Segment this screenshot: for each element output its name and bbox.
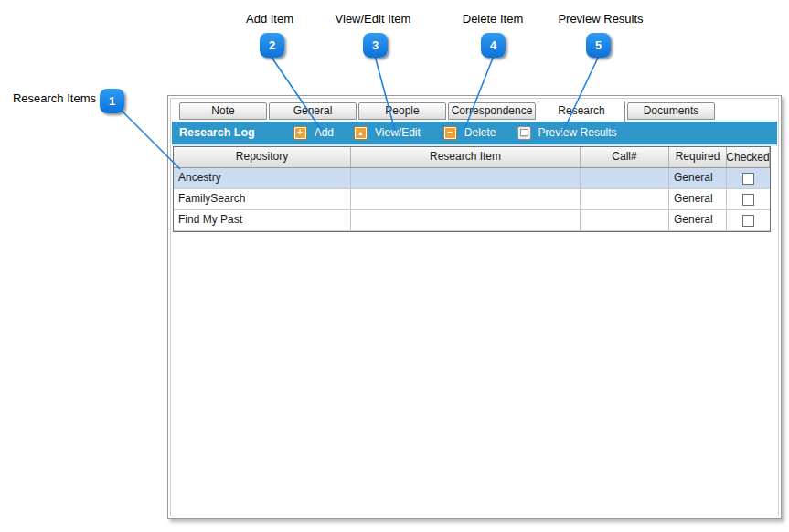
cell-required: General bbox=[669, 189, 727, 209]
table-header-row: Repository Research Item Call# Required … bbox=[174, 147, 770, 168]
cell-repository: Find My Past bbox=[174, 210, 351, 230]
tab-people[interactable]: People bbox=[358, 102, 446, 120]
view-edit-button[interactable]: ▲ View/Edit bbox=[354, 126, 421, 140]
cell-checked bbox=[727, 168, 770, 188]
cell-call-number bbox=[581, 210, 669, 230]
cell-required: General bbox=[669, 168, 727, 188]
callout-label-research-items: Research Items bbox=[7, 91, 96, 105]
cell-research-item bbox=[351, 168, 581, 188]
delete-button-label: Delete bbox=[464, 126, 496, 139]
callout-label-view-edit-item: View/Edit Item bbox=[319, 12, 427, 26]
callout-badge-3: 3 bbox=[363, 33, 388, 58]
minus-icon: − bbox=[443, 126, 457, 140]
cell-research-item bbox=[351, 210, 581, 230]
column-header-checked[interactable]: Checked bbox=[727, 147, 770, 167]
cell-required: General bbox=[669, 210, 727, 230]
row-checkbox[interactable] bbox=[742, 215, 754, 227]
row-checkbox[interactable] bbox=[742, 173, 754, 185]
cell-call-number bbox=[581, 168, 669, 188]
cell-checked bbox=[727, 210, 770, 230]
add-button[interactable]: + Add bbox=[293, 126, 334, 140]
research-log-toolbar: Research Log + Add ▲ View/Edit − Delete … bbox=[172, 122, 777, 144]
cell-repository: FamilySearch bbox=[174, 189, 351, 209]
column-header-repository[interactable]: Repository bbox=[174, 147, 351, 167]
table-row[interactable]: Find My Past General bbox=[174, 210, 770, 231]
callout-badge-2: 2 bbox=[260, 33, 284, 58]
tab-strip: Note General People Correspondence Resea… bbox=[179, 101, 777, 120]
callout-label-delete-item: Delete Item bbox=[442, 12, 543, 26]
table-row[interactable]: FamilySearch General bbox=[174, 189, 770, 210]
callout-label-add-item: Add Item bbox=[219, 12, 320, 26]
callout-badge-1: 1 bbox=[100, 89, 124, 113]
tab-correspondence[interactable]: Correspondence bbox=[448, 102, 536, 120]
toolbar-title: Research Log bbox=[179, 126, 255, 139]
cell-checked bbox=[727, 189, 770, 209]
research-log-table: Repository Research Item Call# Required … bbox=[173, 146, 771, 232]
column-header-required[interactable]: Required bbox=[669, 147, 727, 167]
view-edit-button-label: View/Edit bbox=[375, 126, 421, 139]
delete-button[interactable]: − Delete bbox=[443, 126, 496, 140]
cell-call-number bbox=[581, 189, 669, 209]
screen-icon bbox=[517, 126, 531, 140]
column-header-research-item[interactable]: Research Item bbox=[351, 147, 581, 167]
tab-documents[interactable]: Documents bbox=[627, 102, 715, 120]
tab-general[interactable]: General bbox=[269, 102, 357, 120]
table-row[interactable]: Ancestry General bbox=[174, 168, 770, 189]
triangle-up-icon: ▲ bbox=[354, 126, 368, 140]
callout-label-preview-results: Preview Results bbox=[546, 12, 656, 26]
row-checkbox[interactable] bbox=[742, 194, 754, 206]
preview-results-button[interactable]: Preview Results bbox=[517, 126, 617, 140]
research-panel: Note General People Correspondence Resea… bbox=[167, 95, 782, 519]
column-header-call-number[interactable]: Call# bbox=[581, 147, 669, 167]
callout-badge-4: 4 bbox=[481, 33, 506, 58]
tab-note[interactable]: Note bbox=[179, 102, 267, 120]
cell-research-item bbox=[351, 189, 581, 209]
plus-icon: + bbox=[293, 126, 307, 140]
tab-research[interactable]: Research bbox=[538, 101, 625, 122]
preview-results-button-label: Preview Results bbox=[538, 126, 617, 139]
callout-badge-5: 5 bbox=[586, 33, 611, 58]
cell-repository: Ancestry bbox=[174, 168, 351, 188]
add-button-label: Add bbox=[315, 126, 334, 139]
